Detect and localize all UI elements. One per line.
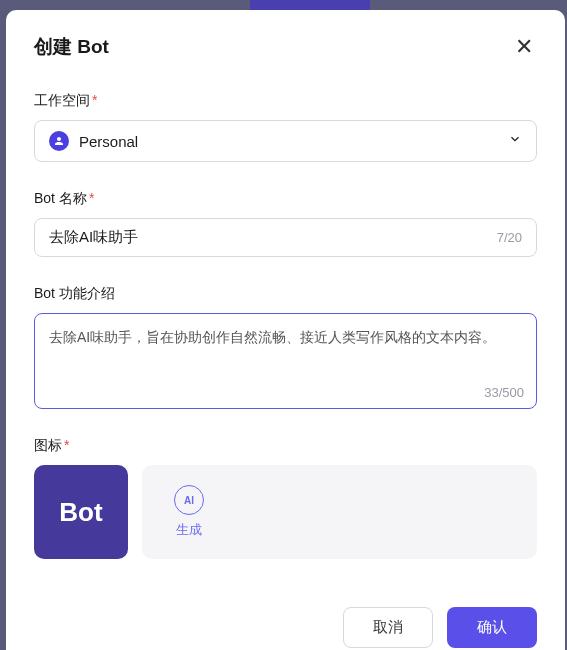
required-marker: * bbox=[64, 437, 69, 453]
generate-panel: AI 生成 bbox=[142, 465, 537, 559]
bot-name-label: Bot 名称* bbox=[34, 190, 537, 208]
close-icon: ✕ bbox=[515, 34, 533, 59]
ai-generate-icon: AI bbox=[174, 485, 204, 515]
required-marker: * bbox=[92, 92, 97, 108]
workspace-label-text: 工作空间 bbox=[34, 92, 90, 108]
icon-label: 图标* bbox=[34, 437, 537, 455]
description-label: Bot 功能介绍 bbox=[34, 285, 537, 303]
workspace-value: Personal bbox=[79, 133, 508, 150]
workspace-select[interactable]: Personal bbox=[34, 120, 537, 162]
confirm-button[interactable]: 确认 bbox=[447, 607, 537, 648]
generate-icon-button[interactable]: AI 生成 bbox=[162, 473, 216, 551]
icon-label-text: 图标 bbox=[34, 437, 62, 453]
bot-name-label-text: Bot 名称 bbox=[34, 190, 87, 206]
description-counter: 33/500 bbox=[484, 385, 524, 400]
bot-name-field: Bot 名称* 7/20 bbox=[34, 190, 537, 257]
bot-name-input[interactable] bbox=[49, 229, 489, 246]
workspace-field: 工作空间* Personal bbox=[34, 92, 537, 162]
chevron-down-icon bbox=[508, 132, 522, 150]
generate-label: 生成 bbox=[176, 521, 202, 539]
ai-generate-icon-text: AI bbox=[184, 495, 194, 506]
bot-name-input-wrapper: 7/20 bbox=[34, 218, 537, 257]
description-textarea-wrapper: 33/500 bbox=[34, 313, 537, 409]
person-icon bbox=[49, 131, 69, 151]
icon-row: Bot AI 生成 bbox=[34, 465, 537, 559]
icon-field: 图标* Bot AI 生成 bbox=[34, 437, 537, 559]
description-textarea[interactable] bbox=[49, 326, 522, 371]
modal-footer: 取消 确认 bbox=[34, 587, 537, 648]
workspace-label: 工作空间* bbox=[34, 92, 537, 110]
bot-name-counter: 7/20 bbox=[497, 230, 522, 245]
modal-header: 创建 Bot ✕ bbox=[34, 34, 537, 60]
description-field: Bot 功能介绍 33/500 bbox=[34, 285, 537, 409]
close-button[interactable]: ✕ bbox=[511, 34, 537, 60]
create-bot-modal: 创建 Bot ✕ 工作空间* Personal Bot 名称* 7/20 Bot… bbox=[6, 10, 565, 650]
bot-avatar-preview[interactable]: Bot bbox=[34, 465, 128, 559]
modal-title: 创建 Bot bbox=[34, 34, 109, 60]
cancel-button[interactable]: 取消 bbox=[343, 607, 433, 648]
required-marker: * bbox=[89, 190, 94, 206]
bot-avatar-text: Bot bbox=[59, 497, 102, 528]
